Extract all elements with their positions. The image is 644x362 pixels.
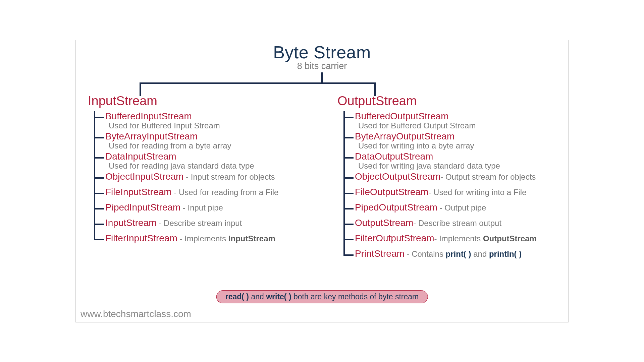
connector-line <box>140 82 376 84</box>
class-desc: Output pipe <box>444 203 486 212</box>
inputstream-column: InputStream BufferedInputStreamUsed for … <box>83 94 322 264</box>
class-desc: Describe stream input <box>164 219 242 228</box>
class-name: DataOutputStream <box>355 151 433 162</box>
footer-text: both are key methods of byte stream <box>291 292 419 301</box>
class-name: ByteArrayOutputStream <box>355 131 454 141</box>
method-name: println( ) <box>489 249 522 258</box>
inputstream-tree: BufferedInputStreamUsed for Buffered Inp… <box>86 111 322 244</box>
class-name: PipedOutputStream <box>355 202 437 213</box>
class-name: FilterOutputStream <box>355 233 434 243</box>
tree-item: BufferedInputStreamUsed for Buffered Inp… <box>105 111 322 130</box>
separator: - <box>437 203 444 212</box>
method-read: read( ) <box>225 292 249 301</box>
separator: - <box>183 172 191 181</box>
header: Byte Stream 8 bits carrier <box>76 40 568 71</box>
footer-pill: read( ) and write( ) both are key method… <box>216 290 428 303</box>
class-desc: Implements <box>184 234 228 243</box>
class-desc: Used for Buffered Input Stream <box>109 121 322 130</box>
class-desc: Implements <box>439 234 483 243</box>
class-desc: Used for writing java standard data type <box>358 161 561 171</box>
class-name: OutputStream <box>355 218 413 228</box>
separator: - <box>440 172 445 181</box>
class-name: PipedInputStream <box>105 202 180 213</box>
subtitle: 8 bits carrier <box>76 61 568 71</box>
tree-item: FileOutputStream- Used for writing into … <box>355 187 561 197</box>
class-desc: Used for writing into a byte array <box>358 141 561 150</box>
class-desc: Contains <box>412 249 445 258</box>
outputstream-heading: OutputStream <box>337 94 561 108</box>
separator: - <box>434 234 439 243</box>
class-name: FileInputStream <box>105 187 172 197</box>
outputstream-tree: BufferedOutputStreamUsed for Buffered Ou… <box>335 111 561 259</box>
connector-line <box>321 72 323 82</box>
separator: - <box>177 234 184 243</box>
separator: - <box>428 188 433 197</box>
class-desc: Used for reading from a File <box>179 188 278 197</box>
class-desc-strong: InputStream <box>228 234 275 243</box>
class-desc: Used for reading java standard data type <box>109 161 322 171</box>
class-name: ObjectInputStream <box>105 171 183 182</box>
tree-item: ByteArrayInputStreamUsed for reading fro… <box>105 131 322 150</box>
source-url: www.btechsmartclass.com <box>80 309 191 319</box>
tree-item: DataOutputStreamUsed for writing java st… <box>355 151 561 171</box>
inputstream-heading: InputStream <box>88 94 322 108</box>
class-desc: Used for reading from a byte array <box>109 141 322 150</box>
tree-item: PipedOutputStream - Output pipe <box>355 202 561 213</box>
tree-item: FilterInputStream - Implements InputStre… <box>105 233 322 244</box>
class-desc: and <box>471 249 489 258</box>
class-desc: Used for Buffered Output Stream <box>358 121 561 130</box>
footer-text: and <box>249 292 266 301</box>
class-desc: Used for writing into a File <box>433 188 526 197</box>
tree-item: ByteArrayOutputStreamUsed for writing in… <box>355 131 561 150</box>
class-name: PrintStream <box>355 248 405 259</box>
class-desc-strong: OutputStream <box>483 234 537 243</box>
method-name: print( ) <box>446 249 471 258</box>
tree-item: DataInputStreamUsed for reading java sta… <box>105 151 322 171</box>
class-name: FilterInputStream <box>105 233 177 243</box>
outputstream-column: OutputStream BufferedOutputStreamUsed fo… <box>322 94 561 264</box>
class-name: ObjectOutputStream <box>355 171 440 182</box>
tree-item: ObjectInputStream - Input stream for obj… <box>105 171 322 182</box>
tree-item: ObjectOutputStream- Output stream for ob… <box>355 171 561 182</box>
separator: - <box>405 249 412 258</box>
tree-item: PrintStream - Contains print( ) and prin… <box>355 248 561 259</box>
class-name: BufferedInputStream <box>105 111 192 121</box>
class-desc: Input pipe <box>187 203 223 212</box>
diagram-frame: Byte Stream 8 bits carrier InputStream B… <box>75 40 569 322</box>
class-desc: Describe stream output <box>418 219 501 228</box>
class-desc: Output stream for objects <box>445 172 536 181</box>
tree-item: FileInputStream - Used for reading from … <box>105 187 322 197</box>
method-write: write( ) <box>266 292 291 301</box>
tree-vertical-line <box>94 111 95 240</box>
class-name: ByteArrayInputStream <box>105 131 198 141</box>
tree-vertical-line <box>343 111 345 256</box>
columns: InputStream BufferedInputStreamUsed for … <box>76 94 568 264</box>
separator: - <box>413 219 418 228</box>
class-name: BufferedOutputStream <box>355 111 449 121</box>
tree-item: OutputStream- Describe stream output <box>355 218 561 228</box>
title: Byte Stream <box>76 42 568 62</box>
class-name: FileOutputStream <box>355 187 428 197</box>
separator: - <box>180 203 187 212</box>
tree-item: BufferedOutputStreamUsed for Buffered Ou… <box>355 111 561 130</box>
tree-item: InputStream - Describe stream input <box>105 218 322 228</box>
separator: - <box>157 219 164 228</box>
class-name: DataInputStream <box>105 151 176 162</box>
tree-item: FilterOutputStream- Implements OutputStr… <box>355 233 561 244</box>
class-desc: Input stream for objects <box>191 172 275 181</box>
class-name: InputStream <box>105 218 157 228</box>
tree-item: PipedInputStream - Input pipe <box>105 202 322 213</box>
separator: - <box>172 188 179 197</box>
